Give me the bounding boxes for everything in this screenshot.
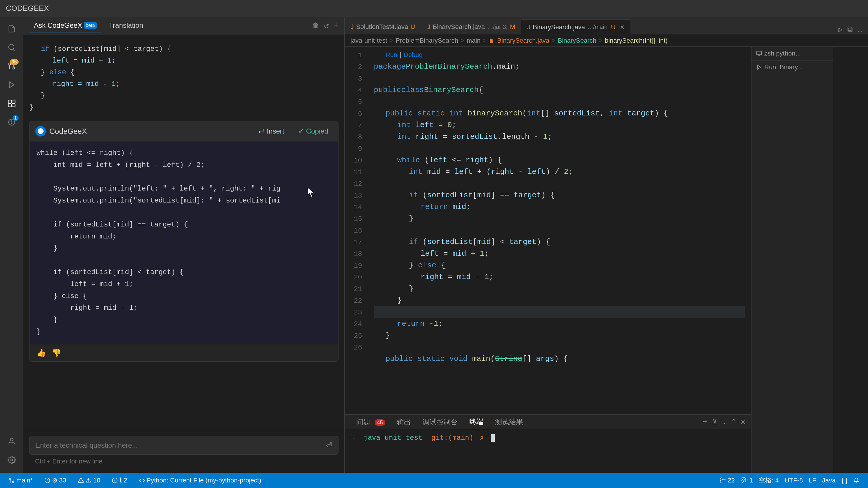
bc-project[interactable]: java-unit-test [350, 37, 387, 45]
status-line-col[interactable]: 行 22，列 1 [716, 473, 756, 488]
line-num-1: 1 [345, 50, 362, 61]
split-editor-icon[interactable]: ⧉ [847, 25, 853, 34]
status-notification[interactable] [850, 473, 862, 488]
java-icon-1: J [350, 23, 354, 31]
tab-solution-test[interactable]: J SolutionTest4.java U [345, 20, 421, 34]
zsh-panel[interactable]: zsh python... [751, 47, 833, 60]
bc-folder[interactable]: ProblemBinarySearch [396, 37, 458, 45]
status-language[interactable]: Java [819, 473, 838, 488]
line-num-18: 18 [345, 248, 362, 260]
source-control-icon[interactable]: 96 [3, 57, 21, 75]
tab-ask-codegeex[interactable]: Ask CodeGeeX beta [29, 19, 101, 32]
status-info[interactable]: ℹ 2 [109, 473, 130, 488]
copied-button[interactable]: ✓ Copied [294, 125, 332, 137]
terminal-tab-debug[interactable]: 调试控制台 [417, 415, 464, 429]
status-warnings[interactable]: ⚠ 10 [75, 473, 103, 488]
java-icon-3: J [527, 23, 530, 31]
files-icon[interactable] [3, 20, 21, 37]
thumbs-up-button[interactable]: 👍 [36, 348, 46, 357]
extensions-icon[interactable] [3, 95, 21, 112]
more-actions-icon[interactable]: … [858, 25, 862, 34]
code-line-5: public static int binarySearch(int[] sor… [374, 108, 745, 119]
editor-tabs: J SolutionTest4.java U J BinarySearch.ja… [345, 17, 868, 34]
debug-link[interactable]: Debug [404, 50, 423, 60]
refresh-icon[interactable]: ↺ [324, 21, 329, 31]
codegeex-card-header: CodeGeeX Insert ✓ Copied [30, 121, 338, 141]
new-terminal-icon[interactable]: + [703, 418, 707, 426]
svg-marker-15 [757, 65, 761, 69]
line-num-19: 19 [345, 260, 362, 272]
terminal-split-icon[interactable]: ⊻ [712, 417, 718, 427]
bc-class-name[interactable]: BinarySearch [558, 37, 596, 45]
terminal-maximize-icon[interactable]: ⌃ [732, 417, 736, 427]
titlebar: CODEGEEX [0, 0, 868, 17]
line-num-3: 3 [345, 73, 362, 85]
code-line-14: } [374, 213, 745, 224]
code-line-6: int left = 0; [374, 119, 745, 131]
question-input[interactable] [35, 441, 326, 450]
statusbar: main* ⊗ 33 ⚠ 10 ℹ 2 Python: Current File… [0, 473, 868, 488]
code-line-4 [374, 96, 745, 108]
original-code-context: if (sortedList[mid] < target) { left = m… [29, 40, 339, 116]
status-format[interactable]: { } [838, 473, 850, 488]
code-line-9: while (left <= right) { [374, 154, 745, 166]
svg-marker-5 [9, 82, 14, 88]
svg-point-0 [8, 45, 14, 50]
terminal-tab-test[interactable]: 测试结果 [489, 415, 529, 429]
run-icon[interactable] [3, 76, 21, 93]
code-line-26: public static void main(String[] args) { [374, 353, 745, 365]
terminal-close-icon[interactable]: ✕ [741, 417, 745, 427]
terminal-tab-output[interactable]: 输出 [391, 415, 417, 429]
code-line-2 [374, 73, 745, 84]
line-num-25: 25 [345, 330, 362, 342]
terminal-tab-terminal[interactable]: 终端 [464, 415, 489, 429]
source-control-badge: 96 [10, 59, 19, 65]
bc-file[interactable]: BinarySearch.java [489, 37, 549, 45]
svg-rect-12 [757, 51, 762, 55]
line-num-22: 22 [345, 295, 362, 307]
code-content: Run | Debug package ProblemBinarySearch.… [368, 47, 751, 414]
settings-icon[interactable] [3, 451, 21, 469]
feedback-row: 👍 👎 [30, 344, 338, 362]
tab-translation[interactable]: Translation [104, 19, 148, 32]
code-editor: 1 2 3 4 5 6 7 8 9 10 11 12 13 14 [345, 47, 751, 414]
status-encoding[interactable]: UTF-8 [782, 473, 806, 488]
bc-method[interactable]: binarySearch(int[], int) [605, 37, 668, 45]
status-line-ending[interactable]: LF [806, 473, 819, 488]
code-line-23: return -1; [374, 318, 745, 329]
svg-point-10 [10, 438, 13, 441]
status-errors[interactable]: ⊗ 33 [41, 473, 69, 488]
run-editor-icon[interactable]: ▷ [838, 25, 843, 34]
java-icon-2: J [427, 23, 430, 31]
line-num-15: 15 [345, 213, 362, 225]
svg-line-1 [13, 49, 14, 50]
activity-bar: 96 1 [0, 17, 23, 473]
code-line-7: int right = sortedList.length - 1; [374, 131, 745, 143]
code-line-21: } [374, 294, 745, 306]
terminal-more-icon[interactable]: … [722, 418, 727, 426]
add-icon[interactable]: + [334, 21, 339, 30]
account-icon[interactable] [3, 432, 21, 450]
codegeex-icon[interactable]: 1 [3, 113, 21, 131]
tab-close-icon[interactable]: ✕ [620, 24, 625, 31]
tab-binary-search-jar[interactable]: J BinarySearch.java …/jar 3, M [421, 20, 521, 34]
run-link[interactable]: Run [385, 50, 397, 60]
terminal-tab-problems[interactable]: 问题 45 [350, 415, 391, 429]
send-icon[interactable]: ⏎ [326, 441, 332, 450]
code-line-19: right = mid - 1; [374, 271, 745, 283]
search-icon[interactable] [3, 38, 21, 56]
run-panel[interactable]: Run: Binary... [751, 60, 833, 74]
codegeex-name: CodeGeeX [49, 127, 87, 136]
svg-point-17 [10, 478, 11, 480]
bc-main[interactable]: main [467, 37, 481, 45]
status-branch[interactable]: main* [6, 473, 36, 488]
insert-button[interactable]: Insert [254, 125, 288, 137]
status-spaces[interactable]: 空格: 4 [756, 473, 781, 488]
thumbs-down-button[interactable]: 👎 [52, 348, 61, 357]
delete-icon[interactable]: 🗑 [312, 21, 319, 30]
run-debug-line: Run | Debug [374, 50, 745, 60]
status-python[interactable]: Python: Current File (my-python-project) [136, 473, 264, 488]
tab-binary-search-main[interactable]: J BinarySearch.java …/main U ✕ [521, 20, 630, 34]
line-num-16: 16 [345, 225, 362, 237]
line-num-26: 26 [345, 342, 362, 353]
